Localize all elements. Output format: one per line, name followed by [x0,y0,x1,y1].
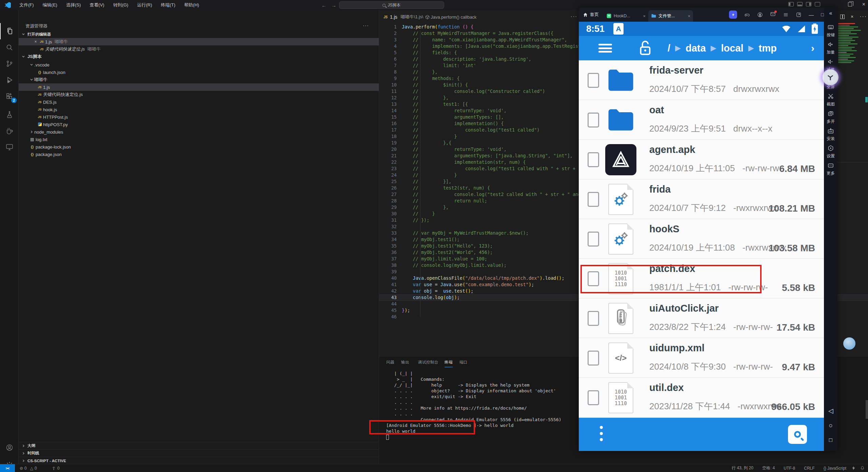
activitybar-source-control[interactable] [0,56,19,72]
menu-选择(S)[interactable]: 选择(S) [62,0,85,10]
android-back-button[interactable]: ◁ [824,407,837,415]
open-editor-1.js[interactable]: ×JS1.js嘟嘟牛 [19,38,379,45]
toolbar-apk[interactable]: APK安装 [824,127,837,142]
close-tab-icon[interactable]: × [688,14,690,19]
tree-item-launch.json[interactable]: {}launch.json [19,68,379,76]
android-home-button[interactable]: ○ [824,422,837,429]
tree-item-1.js[interactable]: JS1.js [19,83,379,91]
search-button[interactable] [788,425,807,444]
file-row-uidump.xml[interactable]: </>uidump.xml2024/10/8 下午9:30-rw-rw-rw-9… [579,338,824,378]
menu-运行(R)[interactable]: 运行(R) [133,0,156,10]
file-row-util.dex[interactable]: 101010011110util.dex2023/11/28 下午1:44-rw… [579,378,824,417]
file-row-frida-server[interactable]: frida-server2024/10/7 下午8:57drwxrwxrwx [579,60,824,100]
file-row-agent.apk[interactable]: agent.apk2024/10/19 上午11:05-rw-rw-rw-6.8… [579,140,824,179]
tree-item-hook.js[interactable]: JShook.js [19,106,379,113]
account-icon[interactable] [757,12,763,18]
explorer-more-icon[interactable]: ··· [363,22,369,28]
menu-帮助(H)[interactable]: 帮助(H) [180,0,203,10]
breadcrumb-root[interactable]: / [668,43,670,54]
editor-file-name[interactable]: 1.js [390,14,397,20]
toggle-sidebar-icon[interactable] [788,2,794,6]
emulator-tab-HookD...[interactable]: HookD...× [604,10,648,22]
toolbar-more[interactable]: 更多 [824,162,837,176]
section-CS-SCRIPT - ACTIVE[interactable]: CS-SCRIPT - ACTIVE [19,457,379,464]
section-时间线[interactable]: 时间线 [19,449,379,457]
checkbox[interactable] [588,390,599,405]
file-name[interactable]: frida-server [649,65,704,76]
path-data[interactable]: ▶data [670,43,706,54]
path-tmp[interactable]: ▶tmp [744,43,777,54]
file-name[interactable]: agent.apk [649,144,695,155]
status-空格: 4[interactable]: 空格: 4 [762,465,775,471]
section-root[interactable]: JS脚本 [19,53,379,60]
checkbox[interactable] [588,192,599,207]
toolbar-keyboard[interactable]: 按键 [824,24,837,38]
minimize-icon[interactable]: — [809,12,814,18]
remote-indicator[interactable]: >< [0,464,15,472]
checkbox[interactable] [588,351,599,366]
toolbar-screenshot[interactable]: 截图 [824,93,837,107]
breadcrumb-symbol[interactable]: Java.perform() callback [431,15,476,20]
tree-item-HTTPPost.js[interactable]: JSHTTPPost.js [19,113,379,121]
menu-文件(F)[interactable]: 文件(F) [15,0,38,10]
tree-item-log.txt[interactable]: ▤log.txt [19,136,379,143]
tree-item-httpPOST.py[interactable]: httpPOST.py [19,121,379,128]
tree-item-node_modules[interactable]: node_modules [19,128,379,136]
overflow-menu-icon[interactable] [600,426,603,444]
popout-icon[interactable] [796,12,802,18]
checkbox[interactable] [588,113,599,127]
toggle-panel-icon[interactable] [797,2,803,6]
boost-icon[interactable] [729,11,737,19]
menu-转到(G)[interactable]: 转到(G) [109,0,133,10]
panel-tab-调试控制台[interactable]: 调试控制台 [418,360,438,365]
menu-查看(V)[interactable]: 查看(V) [85,0,108,10]
messages-icon[interactable] [770,11,776,18]
emulator-home-button[interactable]: 首页 [579,12,604,18]
file-name[interactable]: uiAutoClick.jar [649,303,719,314]
problems-status[interactable]: ⊘0 △0 [20,464,37,472]
android-recents-button[interactable]: □ [824,437,837,444]
close-tab-icon[interactable]: × [643,14,646,19]
open-editor-关键代码快速定位.js[interactable]: JS关键代码快速定位.js嘟嘟牛 [19,45,379,53]
command-center[interactable]: JS脚本 [339,1,444,9]
panel-tab-问题[interactable]: 问题 [386,360,394,365]
checkbox[interactable] [588,311,599,326]
tree-item-DES.js[interactable]: JSDES.js [19,98,379,106]
unlock-icon[interactable] [638,40,652,57]
menu-编辑(E)[interactable]: 编辑(E) [38,0,62,10]
customize-layout-icon[interactable] [815,2,820,6]
maximize-icon[interactable]: □ [821,12,824,17]
activitybar-java[interactable] [0,123,19,139]
section-大纲[interactable]: 大纲 [19,442,379,449]
more-actions-icon[interactable]: ··· [860,14,867,20]
status-CRLF[interactable]: CRLF [804,466,814,471]
activitybar-remote-explorer[interactable] [0,139,19,155]
tree-item-关键代码快速定位.js[interactable]: JS关键代码快速定位.js [19,91,379,98]
file-row-hookS[interactable]: hookS2024/10/19 上午11:08-rwxrwxrwx103.58 … [579,219,824,259]
tree-item-package.json[interactable]: {}package.json [19,151,379,158]
breadcrumb[interactable]: 嘟嘟牛\1.js\ [401,14,423,20]
path-local[interactable]: ▶local [706,43,744,54]
editor-more-actions-icon[interactable]: ··· [571,14,577,19]
toolbar-vol-up[interactable]: 加量 [824,41,837,55]
status-行 43, 列 20[interactable]: 行 43, 列 20 [732,465,753,471]
close-editor-icon[interactable]: × [851,14,853,19]
activitybar-testing[interactable] [0,106,19,123]
file-name[interactable]: oat [649,104,664,116]
activitybar-explorer[interactable] [0,23,19,39]
panel-tab-端口[interactable]: 端口 [459,360,468,365]
file-row-oat[interactable]: oat2024/9/23 上午9:51drwx--x--x [579,100,824,140]
file-row-uiAutoClick.jar[interactable]: uiAutoClick.jar2023/8/22 下午1:24-rw-rw-rw… [579,298,824,338]
split-editor-icon[interactable] [840,15,845,19]
scrollbar-thumb[interactable] [866,400,868,419]
menu-icon[interactable] [783,12,789,18]
collapse-toolbar-icon[interactable]: « [824,10,837,16]
toggle-secondary-sidebar-icon[interactable] [806,2,811,6]
section-open-editors[interactable]: 打开的编辑器 [19,31,379,38]
toolbar-multi[interactable]: 多开 [824,110,837,124]
file-name[interactable]: frida [649,184,671,195]
minimap[interactable] [838,23,867,64]
ports-status[interactable]: 0 [52,464,60,472]
tree-item-嘟嘟牛[interactable]: 嘟嘟牛 [19,76,379,83]
activitybar-extensions[interactable]: 2 [0,88,19,104]
